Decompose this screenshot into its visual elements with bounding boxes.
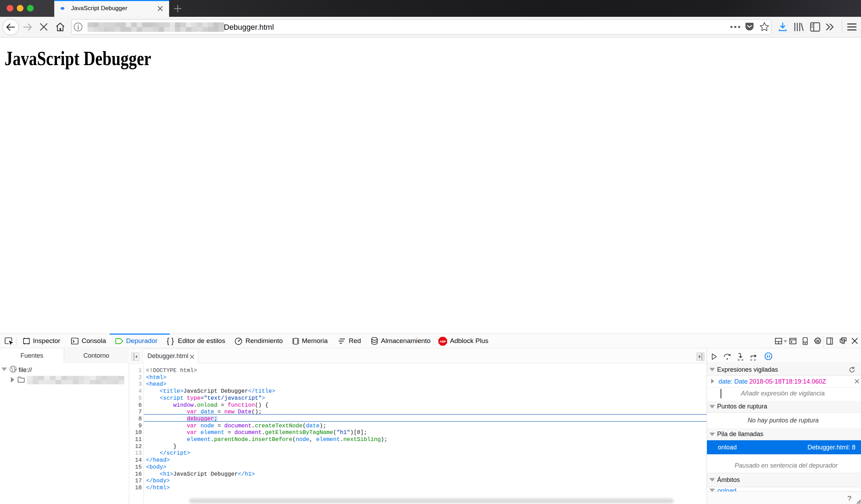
svg-text:ABP: ABP [439,340,446,343]
